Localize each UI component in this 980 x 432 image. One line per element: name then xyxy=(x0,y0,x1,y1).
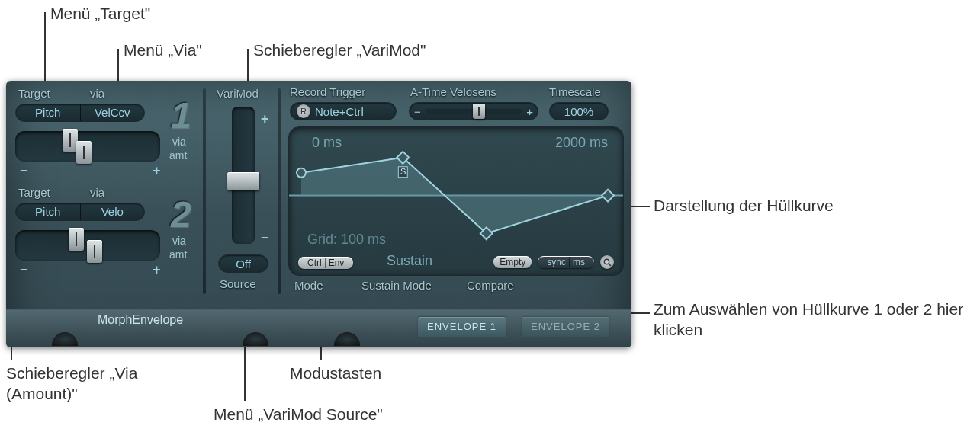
target-label-1: Target xyxy=(18,87,50,100)
target-via-menu-2[interactable]: Pitch Velo xyxy=(15,203,145,221)
target-label-2: Target xyxy=(18,186,50,199)
callout-via-menu: Menü „Via" xyxy=(124,40,202,60)
amount-slider-1[interactable] xyxy=(15,131,160,162)
target-value-1[interactable]: Pitch xyxy=(16,104,80,121)
zoom-icon[interactable] xyxy=(600,255,614,269)
compare-menu[interactable]: Empty xyxy=(493,256,532,268)
sustain-mode-label: Sustain Mode xyxy=(361,279,432,292)
minus-icon-2: − xyxy=(20,262,28,278)
mode-buttons[interactable]: Ctrl Env xyxy=(298,257,353,269)
via-text-1: via xyxy=(172,136,186,148)
svg-marker-5 xyxy=(602,190,614,202)
sustain-marker[interactable]: S xyxy=(400,167,406,176)
amt-text-2: amt xyxy=(169,248,187,261)
sync-ms-toggle[interactable]: sync ms xyxy=(538,256,594,268)
record-trigger-menu[interactable]: R Note+Ctrl xyxy=(290,102,397,120)
record-trigger-label: Record Trigger xyxy=(290,85,365,98)
ms-button[interactable]: ms xyxy=(569,257,588,267)
via-value-2[interactable]: Velo xyxy=(80,203,145,220)
slot-number-1: 1 xyxy=(171,94,191,136)
divider xyxy=(203,88,206,294)
envelope-curve[interactable] xyxy=(289,127,623,276)
varimod-source-label: Source xyxy=(220,277,256,290)
morph-envelope-label: MorphEnvelope xyxy=(98,313,183,327)
varimod-slider[interactable] xyxy=(232,107,255,244)
svg-point-2 xyxy=(297,168,306,178)
timescale-value[interactable]: 100% xyxy=(549,102,609,120)
callout-varimod-source: Menü „VariMod Source" xyxy=(214,404,383,424)
callout-mode-buttons: Modustasten xyxy=(290,363,381,383)
varimod-source-menu[interactable]: Off xyxy=(218,254,268,273)
svg-point-7 xyxy=(604,259,609,264)
minus-icon: − xyxy=(20,163,28,179)
atime-label: A-Time Velosens xyxy=(410,85,496,98)
tab-envelope-1[interactable]: ENVELOPE 1 xyxy=(418,317,506,337)
amt-text-1: amt xyxy=(169,149,187,162)
callout-varimod-slider: Schieberegler „VariMod" xyxy=(253,40,426,60)
envelope-display[interactable]: 0 ms 2000 ms Grid: 100 ms S Ctrl Env Sus… xyxy=(288,126,624,276)
target-value-2[interactable]: Pitch xyxy=(16,203,80,220)
record-icon[interactable]: R xyxy=(297,104,310,118)
callout-via-amount: Schieberegler „Via (Amount)" xyxy=(6,363,197,405)
sustain-mode-value[interactable]: Sustain xyxy=(387,253,432,269)
sync-button[interactable]: sync xyxy=(544,257,569,267)
knob-icon[interactable] xyxy=(52,332,78,346)
svg-line-8 xyxy=(609,264,611,266)
tab-envelope-2[interactable]: ENVELOPE 2 xyxy=(522,317,609,337)
divider-2 xyxy=(278,88,281,294)
amount-slider-2[interactable] xyxy=(15,230,160,261)
varimod-label: VariMod xyxy=(217,87,259,100)
plugin-panel: Target via Pitch VelCcv − + 1 via amt Ta… xyxy=(6,81,631,347)
bottom-bar: MorphEnvelope ENVELOPE 1 ENVELOPE 2 xyxy=(6,309,631,347)
slot-number-2: 2 xyxy=(171,194,191,235)
mode-env-button[interactable]: Env xyxy=(325,258,348,268)
mode-ctrl-button[interactable]: Ctrl xyxy=(304,258,325,268)
timescale-label: Timescale xyxy=(549,85,601,98)
via-label-1: via xyxy=(90,87,104,100)
callout-env-tabs: Zum Auswählen von Hüllkurve 1 oder 2 hie… xyxy=(654,299,974,341)
via-value-1[interactable]: VelCcv xyxy=(80,104,145,121)
via-text-2: via xyxy=(172,235,186,247)
knob-icon[interactable] xyxy=(334,332,360,346)
varimod-plus-icon: + xyxy=(261,111,269,127)
mode-label: Mode xyxy=(294,279,323,292)
plus-icon-2: + xyxy=(153,262,161,278)
plus-icon: + xyxy=(153,163,161,179)
knob-icon[interactable] xyxy=(243,332,268,346)
record-trigger-value: Note+Ctrl xyxy=(315,105,364,118)
atime-slider[interactable]: − + xyxy=(409,102,538,120)
target-via-menu-1[interactable]: Pitch VelCcv xyxy=(15,104,145,122)
callout-target-menu: Menü „Target" xyxy=(50,3,150,24)
varimod-minus-icon: − xyxy=(261,230,269,246)
via-label-2: via xyxy=(90,186,104,199)
callout-envelope-display: Darstellung der Hüllkurve xyxy=(654,195,844,216)
compare-label: Compare xyxy=(467,279,514,292)
